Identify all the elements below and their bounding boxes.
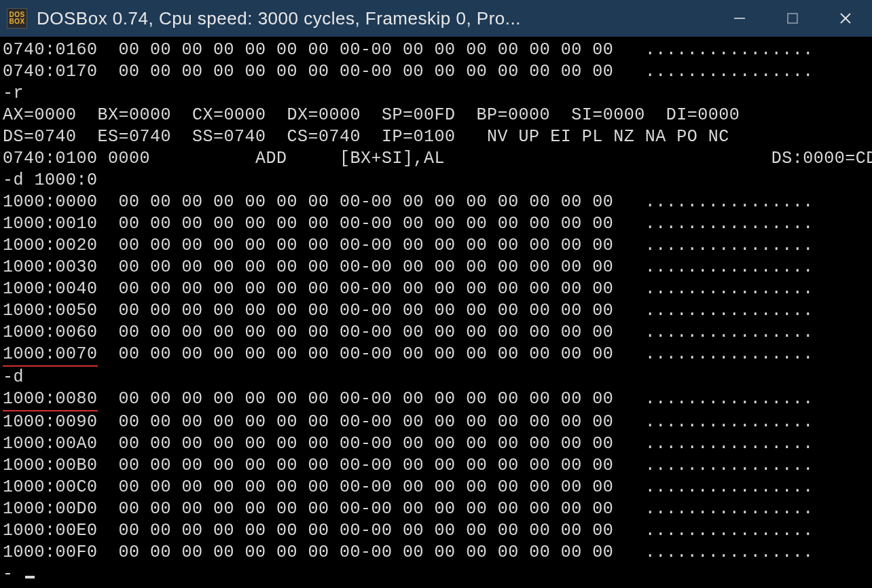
memdump-ascii: ................: [645, 192, 814, 212]
memdump-ascii: ................: [645, 344, 814, 364]
memdump-row: 1000:00E0 00 00 00 00 00 00 00 00-00 00 …: [3, 520, 869, 542]
memdump-address: 1000:00C0: [3, 477, 98, 497]
prompt[interactable]: -: [3, 564, 869, 585]
memdump-row: 1000:0070 00 00 00 00 00 00 00 00-00 00 …: [3, 344, 869, 367]
registers-line: DS=0740 ES=0740 SS=0740 CS=0740 IP=0100 …: [3, 126, 869, 148]
memdump-bytes: 00 00 00 00 00 00 00 00-00 00 00 00 00 0…: [119, 214, 614, 234]
memdump-bytes: 00 00 00 00 00 00 00 00-00 00 00 00 00 0…: [119, 543, 614, 562]
memdump-row: 1000:0030 00 00 00 00 00 00 00 00-00 00 …: [3, 257, 869, 278]
memdump-address: 1000:00E0: [3, 521, 98, 540]
command-input: -d: [3, 367, 869, 388]
memdump-bytes: 00 00 00 00 00 00 00 00-00 00 00 00 00 0…: [119, 236, 614, 255]
dosbox-icon: DOS BOX: [7, 8, 27, 29]
memdump-ascii: ................: [645, 477, 814, 497]
memdump-bytes: 00 00 00 00 00 00 00 00-00 00 00 00 00 0…: [119, 192, 614, 212]
memdump-bytes: 00 00 00 00 00 00 00 00-00 00 00 00 00 0…: [119, 456, 614, 475]
memdump-address: 1000:0080: [3, 388, 98, 411]
memdump-bytes: 00 00 00 00 00 00 00 00-00 00 00 00 00 0…: [119, 323, 614, 342]
memdump-address: 1000:0070: [3, 344, 98, 367]
memdump-bytes: 00 00 00 00 00 00 00 00-00 00 00 00 00 0…: [119, 257, 614, 277]
memdump-address: 1000:0060: [3, 323, 98, 342]
memdump-address: 0740:0160: [3, 40, 98, 60]
maximize-button[interactable]: [766, 0, 819, 37]
memdump-address: 1000:00A0: [3, 434, 98, 454]
minimize-icon: [733, 12, 746, 25]
memdump-address: 1000:0040: [3, 279, 98, 299]
memdump-row: 1000:0090 00 00 00 00 00 00 00 00-00 00 …: [3, 411, 869, 433]
memdump-address: 1000:00F0: [3, 543, 98, 562]
command-input: -r: [3, 83, 869, 105]
memdump-ascii: ................: [645, 62, 814, 81]
memdump-address: 1000:0090: [3, 412, 98, 432]
memdump-row: 0740:0160 00 00 00 00 00 00 00 00-00 00 …: [3, 39, 869, 61]
memdump-address: 1000:0010: [3, 214, 98, 234]
memdump-row: 0740:0170 00 00 00 00 00 00 00 00-00 00 …: [3, 61, 869, 83]
memdump-row: 1000:0010 00 00 00 00 00 00 00 00-00 00 …: [3, 213, 869, 235]
memdump-ascii: ................: [645, 499, 814, 519]
memdump-row: 1000:0020 00 00 00 00 00 00 00 00-00 00 …: [3, 235, 869, 257]
memdump-row: 1000:00F0 00 00 00 00 00 00 00 00-00 00 …: [3, 542, 869, 564]
svg-rect-1: [788, 14, 797, 23]
command-input: -d 1000:0: [3, 170, 869, 191]
memdump-row: 1000:00B0 00 00 00 00 00 00 00 00-00 00 …: [3, 455, 869, 477]
memdump-row: 1000:0000 00 00 00 00 00 00 00 00-00 00 …: [3, 191, 869, 213]
memdump-address: 1000:00B0: [3, 456, 98, 475]
terminal-output[interactable]: 0740:0160 00 00 00 00 00 00 00 00-00 00 …: [0, 37, 872, 588]
memdump-ascii: ................: [645, 543, 814, 562]
memdump-ascii: ................: [645, 389, 814, 409]
memdump-bytes: 00 00 00 00 00 00 00 00-00 00 00 00 00 0…: [119, 477, 614, 497]
memdump-ascii: ................: [645, 236, 814, 255]
disassembly-line: 0740:0100 0000 ADD [BX+SI],AL DS:0000=CD: [3, 148, 869, 170]
memdump-bytes: 00 00 00 00 00 00 00 00-00 00 00 00 00 0…: [119, 40, 614, 60]
memdump-address: 1000:0000: [3, 192, 98, 212]
memdump-bytes: 00 00 00 00 00 00 00 00-00 00 00 00 00 0…: [119, 412, 614, 432]
memdump-row: 1000:0080 00 00 00 00 00 00 00 00-00 00 …: [3, 388, 869, 411]
memdump-ascii: ................: [645, 40, 814, 60]
close-button[interactable]: [819, 0, 872, 37]
memdump-row: 1000:0040 00 00 00 00 00 00 00 00-00 00 …: [3, 278, 869, 300]
memdump-bytes: 00 00 00 00 00 00 00 00-00 00 00 00 00 0…: [119, 344, 614, 364]
memdump-ascii: ................: [645, 214, 814, 234]
memdump-row: 1000:0060 00 00 00 00 00 00 00 00-00 00 …: [3, 322, 869, 344]
memdump-bytes: 00 00 00 00 00 00 00 00-00 00 00 00 00 0…: [119, 301, 614, 320]
memdump-bytes: 00 00 00 00 00 00 00 00-00 00 00 00 00 0…: [119, 499, 614, 519]
memdump-address: 1000:0050: [3, 301, 98, 320]
memdump-bytes: 00 00 00 00 00 00 00 00-00 00 00 00 00 0…: [119, 434, 614, 454]
memdump-ascii: ................: [645, 323, 814, 342]
memdump-address: 0740:0170: [3, 62, 98, 81]
titlebar[interactable]: DOS BOX DOSBox 0.74, Cpu speed: 3000 cyc…: [0, 0, 872, 37]
registers-line: AX=0000 BX=0000 CX=0000 DX=0000 SP=00FD …: [3, 105, 869, 126]
memdump-ascii: ................: [645, 434, 814, 454]
memdump-bytes: 00 00 00 00 00 00 00 00-00 00 00 00 00 0…: [119, 279, 614, 299]
memdump-ascii: ................: [645, 456, 814, 475]
memdump-address: 1000:00D0: [3, 499, 98, 519]
minimize-button[interactable]: [713, 0, 766, 37]
memdump-row: 1000:00A0 00 00 00 00 00 00 00 00-00 00 …: [3, 433, 869, 455]
memdump-ascii: ................: [645, 412, 814, 432]
memdump-row: 1000:0050 00 00 00 00 00 00 00 00-00 00 …: [3, 300, 869, 322]
memdump-bytes: 00 00 00 00 00 00 00 00-00 00 00 00 00 0…: [119, 389, 614, 409]
memdump-row: 1000:00D0 00 00 00 00 00 00 00 00-00 00 …: [3, 498, 869, 520]
maximize-icon: [786, 12, 799, 25]
memdump-ascii: ................: [645, 257, 814, 277]
window-title: DOSBox 0.74, Cpu speed: 3000 cycles, Fra…: [37, 8, 521, 29]
cursor: [25, 576, 35, 578]
memdump-address: 1000:0030: [3, 257, 98, 277]
memdump-ascii: ................: [645, 521, 814, 540]
close-icon: [839, 12, 852, 25]
app-window: DOS BOX DOSBox 0.74, Cpu speed: 3000 cyc…: [0, 0, 872, 588]
memdump-bytes: 00 00 00 00 00 00 00 00-00 00 00 00 00 0…: [119, 521, 614, 540]
memdump-address: 1000:0020: [3, 236, 98, 255]
memdump-row: 1000:00C0 00 00 00 00 00 00 00 00-00 00 …: [3, 477, 869, 498]
memdump-ascii: ................: [645, 279, 814, 299]
memdump-bytes: 00 00 00 00 00 00 00 00-00 00 00 00 00 0…: [119, 62, 614, 81]
memdump-ascii: ................: [645, 301, 814, 320]
